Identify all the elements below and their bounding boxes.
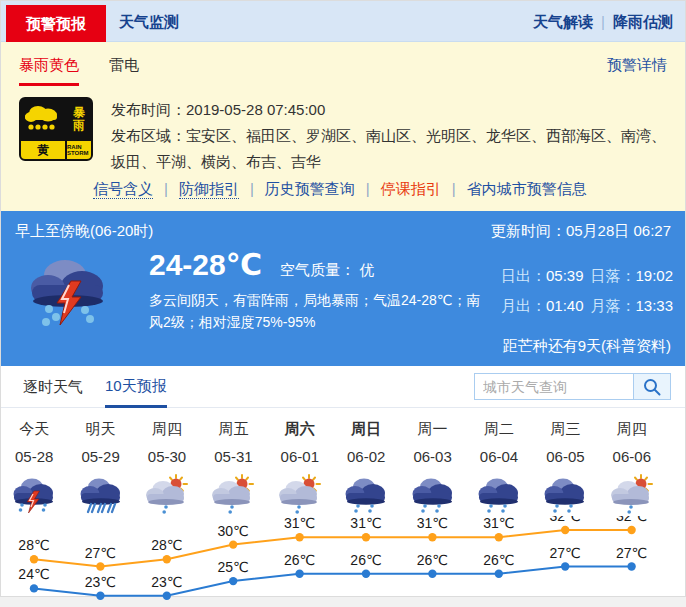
warning-sign-level: 黄	[21, 141, 65, 159]
thunder-rain-icon	[1, 474, 67, 516]
moonset-time: 13:33	[635, 297, 673, 314]
temperature-value-label: 26℃	[483, 552, 514, 568]
tab-lightning[interactable]: 雷电	[109, 56, 139, 75]
publish-area-line: 发布区域：宝安区、福田区、罗湖区、南山区、光明区、龙华区、西部海区、南湾、坂田、…	[111, 123, 677, 175]
forecast-day-column[interactable]: 周四06-06	[599, 420, 665, 516]
current-weather-panel: 早上至傍晚(06-20时) 更新时间：05月28日 06:27 24-28℃	[1, 211, 685, 366]
forecast-day-label: 周四	[599, 420, 665, 442]
air-quality: 空气质量： 优	[280, 261, 374, 280]
temperature-value-label: 31℃	[417, 516, 448, 531]
warning-link[interactable]: 信号含义	[93, 180, 153, 199]
sun-shower-icon	[134, 474, 200, 516]
forecast-day-column[interactable]: 周三06-05	[532, 420, 598, 516]
solar-term-countdown[interactable]: 距芒种还有9天(科普资料)	[503, 337, 671, 356]
temperature-point	[362, 533, 370, 541]
forecast-day-column[interactable]: 周一06-03	[399, 420, 465, 516]
forecast-date-label: 06-04	[466, 448, 532, 468]
sun-shower-icon	[267, 474, 333, 516]
forecast-day-column[interactable]: 周六06-01	[267, 420, 333, 516]
forecast-date-label: 06-01	[267, 448, 333, 468]
temperature-point	[627, 562, 635, 570]
temperature-point	[163, 592, 171, 600]
forecast-date-label: 06-02	[333, 448, 399, 468]
forecast-date-label: 05-29	[67, 448, 133, 468]
temperature-value-label: 25℃	[218, 559, 249, 575]
temperature-value-label: 23℃	[151, 574, 182, 590]
shower-icon	[532, 474, 598, 516]
temperature-range: 24-28℃	[149, 247, 262, 282]
tab-rainstorm-yellow[interactable]: 暴雨黄色	[19, 56, 79, 86]
tab-warning-forecast[interactable]: 预警预报	[6, 5, 106, 42]
temperature-point	[561, 526, 569, 534]
warning-link[interactable]: 省内城市预警信息	[467, 180, 587, 197]
forecast-day-column[interactable]: 周四05-30	[134, 420, 200, 516]
forecast-day-label: 周一	[399, 420, 465, 442]
topbar-links: 天气解读|降雨估测	[533, 1, 673, 42]
tab-hourly-weather[interactable]: 逐时天气	[23, 366, 83, 408]
update-time: 更新时间：05月28日 06:27	[491, 222, 671, 241]
link-warning-details[interactable]: 预警详情	[607, 56, 667, 75]
warning-link[interactable]: 停课指引	[381, 180, 441, 197]
temperature-point	[30, 555, 38, 563]
temperature-value-label: 31℃	[483, 516, 514, 531]
forecast-day-label: 周二	[466, 420, 532, 442]
temperature-point	[229, 577, 237, 585]
search-input[interactable]	[474, 373, 634, 400]
rainstorm-yellow-warning-icon: 暴雨 黄 RAIN STORM	[19, 97, 93, 161]
forecast-day-column[interactable]: 今天05-28	[1, 420, 67, 516]
temperature-value-label: 30℃	[218, 523, 249, 539]
forecast-day-column[interactable]: 周二06-04	[466, 420, 532, 516]
temperature-line	[34, 530, 632, 567]
warning-cloud-icon	[21, 99, 65, 139]
forecast-day-label: 周四	[134, 420, 200, 442]
temperature-point	[30, 584, 38, 592]
warning-links-row: 信号含义|防御指引|历史预警查询|停课指引|省内城市预警信息	[93, 180, 587, 199]
tab-weather-monitor[interactable]: 天气监测	[119, 1, 179, 42]
divider: |	[452, 180, 456, 197]
temperature-value-label: 32℃	[616, 516, 647, 524]
link-weather-interpretation[interactable]: 天气解读	[533, 13, 593, 30]
publish-area-value: 宝安区、福田区、罗湖区、南山区、光明区、龙华区、西部海区、南湾、坂田、平湖、横岗…	[111, 127, 666, 170]
temperature-point	[561, 562, 569, 570]
warning-sign-en-label: RAIN STORM	[67, 141, 91, 159]
moonrise-time: 01:40	[546, 297, 584, 314]
temperature-value-label: 31℃	[350, 516, 381, 531]
thunderstorm-icon	[27, 253, 111, 332]
forecast-day-column[interactable]: 周五05-31	[200, 420, 266, 516]
shower-icon	[333, 474, 399, 516]
temperature-line	[34, 567, 632, 596]
publish-time-value: 2019-05-28 07:45:00	[186, 101, 325, 118]
temperature-value-label: 28℃	[151, 537, 182, 553]
forecast-day-label: 今天	[1, 420, 67, 442]
top-tab-bar: 预警预报 天气监测 天气解读|降雨估测	[1, 1, 685, 42]
forecast-day-label: 明天	[67, 420, 133, 442]
temperature-value-label: 28℃	[18, 537, 49, 553]
temperature-point	[362, 570, 370, 578]
forecast-date-label: 05-30	[134, 448, 200, 468]
temperature-point	[295, 533, 303, 541]
temperature-point	[428, 533, 436, 541]
forecast-day-column[interactable]: 周日06-02	[333, 420, 399, 516]
ten-day-forecast-grid: 今天05-28明天05-29周四05-30周五05-31周六06-01周日06-…	[1, 420, 665, 516]
current-conditions: 24-28℃ 空气质量： 优 多云间阴天，有雷阵雨，局地暴雨；气温24-28℃；…	[149, 247, 494, 333]
temperature-value-label: 24℃	[18, 566, 49, 582]
temperature-point	[627, 526, 635, 534]
divider: |	[366, 180, 370, 197]
forecast-day-column[interactable]: 明天05-29	[67, 420, 133, 516]
tab-ten-day-forecast[interactable]: 10天预报	[105, 366, 167, 408]
temperature-trend-chart: 28℃27℃28℃30℃31℃31℃31℃31℃32℃32℃24℃23℃23℃2…	[1, 516, 685, 602]
temperature-point	[495, 533, 503, 541]
link-rain-estimation[interactable]: 降雨估测	[613, 13, 673, 30]
forecast-date-label: 05-31	[200, 448, 266, 468]
search-button[interactable]	[634, 373, 671, 400]
sun-shower-icon	[599, 474, 665, 516]
forecast-day-label: 周三	[532, 420, 598, 442]
forecast-day-label: 周六	[267, 420, 333, 442]
temperature-point	[163, 555, 171, 563]
temperature-value-label: 27℃	[85, 545, 116, 561]
warning-link[interactable]: 历史预警查询	[265, 180, 355, 197]
temperature-point	[96, 592, 104, 600]
warning-panel: 暴雨黄色 雷电 预警详情 暴雨	[1, 42, 685, 211]
warning-link[interactable]: 防御指引	[179, 180, 239, 199]
sunrise-time: 05:39	[546, 267, 584, 284]
